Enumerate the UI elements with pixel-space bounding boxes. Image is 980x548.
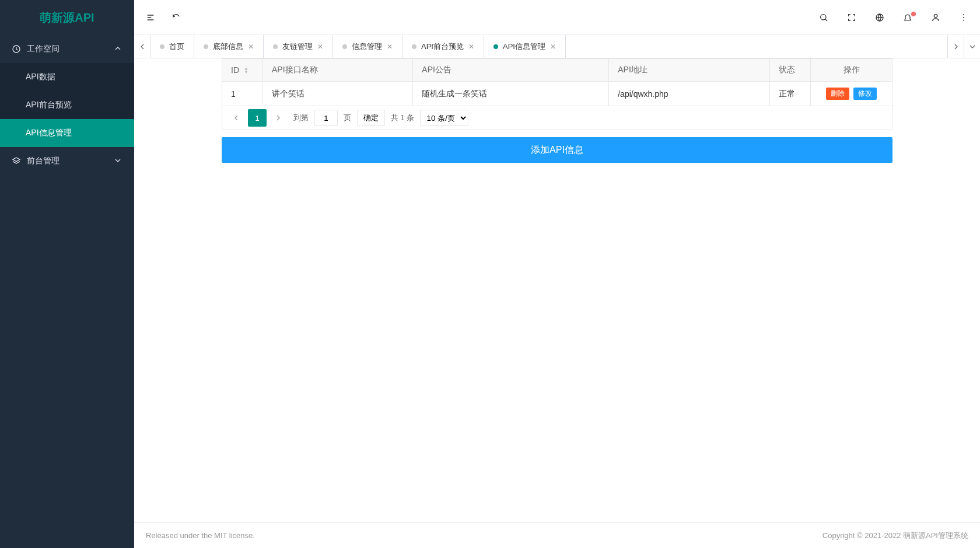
tab-dot-icon	[273, 44, 278, 49]
tab[interactable]: 底部信息✕	[194, 35, 264, 58]
brand-logo: 萌新源API	[0, 0, 134, 35]
sidebar-item-api-info[interactable]: API信息管理	[0, 119, 134, 147]
cell-status: 正常	[770, 82, 811, 106]
close-icon[interactable]: ✕	[550, 43, 556, 51]
cell-id: 1	[222, 82, 263, 106]
sidebar-group-frontend[interactable]: 前台管理	[0, 147, 134, 175]
col-name: API接口名称	[263, 59, 413, 82]
col-status: 状态	[770, 59, 811, 82]
tab[interactable]: 首页	[150, 35, 194, 58]
page-prev[interactable]	[227, 109, 246, 127]
footer: Released under the MIT license. Copyrigh…	[134, 522, 980, 548]
cell-actions: 删除 修改	[811, 82, 892, 106]
add-api-button[interactable]: 添加API信息	[222, 137, 892, 163]
main-area: 首页底部信息✕友链管理✕信息管理✕API前台预览✕API信息管理✕ ID ▲▼	[134, 0, 980, 548]
sidebar: 萌新源API 工作空间 API数据 API前台预览 API信息管理 前台管理	[0, 0, 134, 548]
svg-point-6	[963, 19, 964, 20]
cell-notice: 随机生成一条笑话	[413, 82, 609, 106]
notification-icon[interactable]	[903, 13, 912, 22]
more-icon[interactable]	[959, 13, 968, 22]
table-row: 1 讲个笑话 随机生成一条笑话 /api/qwxh.php 正常 删除 修改	[222, 82, 892, 106]
layers-icon	[12, 156, 21, 166]
sidebar-item-api-preview[interactable]: API前台预览	[0, 91, 134, 119]
page-total: 共 1 条	[387, 113, 418, 123]
notification-dot	[911, 12, 916, 16]
tab[interactable]: API信息管理✕	[484, 35, 566, 58]
close-icon[interactable]: ✕	[468, 43, 474, 51]
search-icon[interactable]	[819, 13, 828, 22]
goto-confirm-button[interactable]: 确定	[357, 110, 385, 126]
chevron-down-icon	[113, 156, 123, 167]
sidebar-item-api-data[interactable]: API数据	[0, 63, 134, 91]
cell-addr: /api/qwxh.php	[609, 82, 770, 106]
col-id[interactable]: ID ▲▼	[222, 59, 263, 82]
close-icon[interactable]: ✕	[248, 43, 254, 51]
tabs-dropdown[interactable]	[964, 35, 980, 58]
delete-button[interactable]: 删除	[826, 88, 849, 100]
content: ID ▲▼ API接口名称 API公告 API地址 状态 操作 1	[134, 58, 980, 548]
sidebar-item-label: API前台预览	[26, 100, 72, 110]
fullscreen-icon[interactable]	[847, 13, 856, 22]
tabs-bar: 首页底部信息✕友链管理✕信息管理✕API前台预览✕API信息管理✕	[134, 35, 980, 58]
tab-label: 信息管理	[352, 41, 382, 52]
edit-button[interactable]: 修改	[853, 88, 877, 100]
api-table: ID ▲▼ API接口名称 API公告 API地址 状态 操作 1	[222, 58, 892, 106]
col-action: 操作	[811, 59, 892, 82]
sort-icon: ▲▼	[244, 67, 249, 74]
cell-name: 讲个笑话	[263, 82, 413, 106]
goto-prefix: 到第	[290, 113, 312, 123]
tab-dot-icon	[412, 44, 416, 49]
col-addr: API地址	[609, 59, 770, 82]
footer-left: Released under the MIT license.	[146, 531, 255, 540]
page-number[interactable]: 1	[248, 109, 267, 127]
menu-toggle-icon[interactable]	[146, 13, 155, 22]
sidebar-item-label: API数据	[26, 72, 55, 82]
svg-point-5	[963, 17, 964, 18]
pagination: 1 到第 页 确定 共 1 条 10 条/页	[222, 106, 892, 130]
svg-point-1	[821, 14, 826, 19]
page-next[interactable]	[269, 109, 288, 127]
tabs-scroll-right[interactable]	[947, 35, 964, 58]
sidebar-group-label: 工作空间	[27, 44, 60, 54]
tab-label: API信息管理	[503, 41, 545, 52]
footer-link[interactable]: 萌新源API管理系统	[903, 531, 968, 540]
tab-dot-icon	[204, 44, 208, 49]
topbar	[134, 0, 980, 35]
globe-icon[interactable]	[875, 13, 884, 22]
tabs-scroll-left[interactable]	[134, 35, 150, 58]
user-icon[interactable]	[931, 13, 940, 22]
page-size-select[interactable]: 10 条/页	[420, 110, 468, 126]
col-notice: API公告	[413, 59, 609, 82]
close-icon[interactable]: ✕	[317, 43, 323, 51]
sidebar-group-workspace[interactable]: 工作空间	[0, 35, 134, 63]
svg-point-4	[963, 14, 964, 15]
svg-point-3	[934, 14, 937, 17]
chevron-up-icon	[113, 44, 123, 55]
tab[interactable]: API前台预览✕	[402, 35, 484, 58]
close-icon[interactable]: ✕	[387, 43, 393, 51]
tab[interactable]: 友链管理✕	[264, 35, 333, 58]
tab-label: 友链管理	[282, 41, 313, 52]
tab-label: 底部信息	[213, 41, 243, 52]
tab[interactable]: 信息管理✕	[333, 35, 402, 58]
tab-dot-icon	[160, 44, 164, 49]
tab-label: 首页	[169, 41, 184, 52]
tab-dot-icon	[342, 44, 347, 49]
footer-copyright: Copyright © 2021-2022	[822, 531, 903, 540]
refresh-icon[interactable]	[172, 13, 181, 22]
sidebar-group-label: 前台管理	[27, 156, 60, 166]
dashboard-icon	[12, 44, 21, 54]
goto-input[interactable]	[314, 110, 338, 126]
tab-label: API前台预览	[421, 41, 464, 52]
sidebar-item-label: API信息管理	[26, 128, 72, 138]
goto-suffix: 页	[340, 113, 355, 123]
tab-dot-icon	[494, 44, 498, 49]
